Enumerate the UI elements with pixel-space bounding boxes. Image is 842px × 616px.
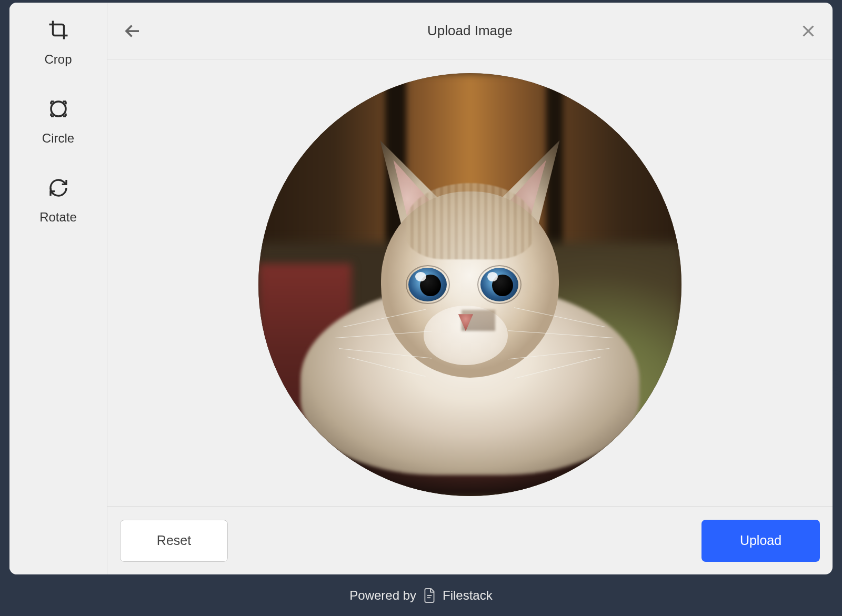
image-preview-area — [107, 59, 833, 506]
rotate-icon — [48, 176, 69, 199]
modal-main: Upload Image — [107, 3, 833, 574]
tool-rotate[interactable]: Rotate — [39, 176, 77, 225]
tool-label: Rotate — [39, 210, 77, 225]
upload-modal: Crop Circle — [9, 3, 833, 574]
upload-button[interactable]: Upload — [701, 520, 820, 562]
circle-icon — [47, 97, 69, 120]
crop-icon — [47, 18, 69, 42]
back-button[interactable] — [123, 22, 142, 41]
svg-point-0 — [51, 102, 66, 116]
modal-header: Upload Image — [107, 3, 833, 59]
arrow-left-icon — [123, 22, 142, 41]
modal-title: Upload Image — [123, 23, 817, 39]
tool-label: Circle — [42, 131, 74, 146]
filestack-icon — [423, 588, 436, 603]
close-button[interactable] — [800, 23, 817, 39]
brand-name: Filestack — [443, 588, 493, 603]
reset-button[interactable]: Reset — [120, 520, 228, 562]
preview-image — [258, 73, 681, 496]
powered-by-footer: Powered by Filestack — [0, 574, 842, 616]
tool-circle[interactable]: Circle — [42, 97, 74, 146]
modal-footer: Reset Upload — [107, 506, 833, 574]
tool-label: Crop — [44, 52, 72, 67]
circle-crop-preview[interactable] — [258, 73, 681, 496]
powered-by-label: Powered by — [349, 588, 416, 603]
tool-crop[interactable]: Crop — [44, 18, 72, 67]
tools-sidebar: Crop Circle — [9, 3, 107, 574]
close-icon — [800, 23, 817, 39]
modal-body: Crop Circle — [9, 3, 833, 574]
